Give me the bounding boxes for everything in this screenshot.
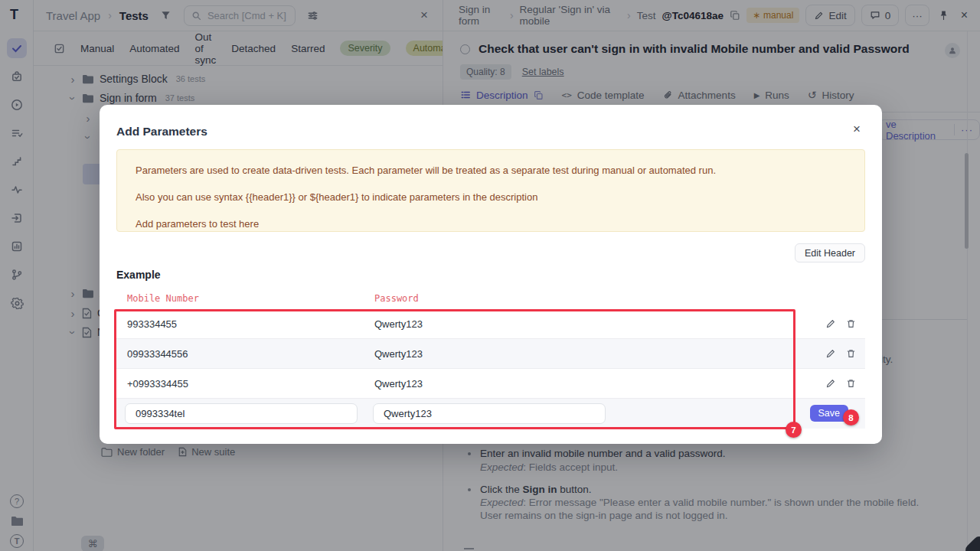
info-line: Add parameters to test here [136, 219, 846, 230]
edit-row-icon[interactable] [825, 378, 836, 389]
modal-title: Add Parameters [116, 125, 207, 139]
annotation-rectangle [114, 309, 795, 429]
modal-close-icon[interactable]: × [853, 122, 861, 137]
column-header-password: Password [374, 293, 419, 304]
delete-row-icon[interactable] [846, 348, 856, 359]
edit-header-button[interactable]: Edit Header [795, 243, 865, 262]
parameters-info-box: Parameters are used to create data-drive… [116, 149, 865, 232]
edit-row-icon[interactable] [825, 348, 836, 359]
delete-row-icon[interactable] [846, 378, 856, 389]
info-line: Also you can use syntax {{header1}} or $… [136, 192, 846, 203]
info-line: Parameters are used to create data-drive… [136, 165, 846, 176]
app-root: T [0, 0, 980, 551]
delete-row-icon[interactable] [846, 318, 856, 329]
annotation-step-8: 8 [843, 409, 859, 425]
annotation-step-7: 7 [786, 422, 802, 438]
example-heading: Example [116, 269, 161, 281]
edit-row-icon[interactable] [825, 318, 836, 329]
column-header-mobile: Mobile Number [127, 293, 199, 304]
